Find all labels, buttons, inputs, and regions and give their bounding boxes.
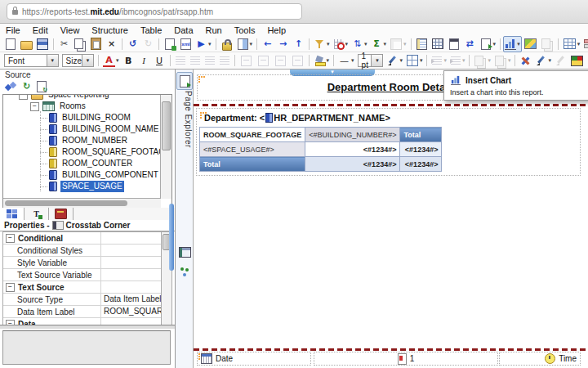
save-report-button[interactable] (34, 36, 51, 52)
sort-button[interactable]: ⇅▾ (350, 36, 369, 52)
property-value[interactable] (101, 245, 162, 256)
condition-explorer-button[interactable] (176, 263, 193, 280)
insert-chart-dropdown-caret[interactable]: ▾ (517, 41, 520, 47)
property-value[interactable] (101, 232, 162, 244)
indent-decrease-dropdown-caret[interactable]: ▾ (443, 57, 447, 64)
group-objects-button[interactable] (581, 36, 588, 52)
size-select-arrow-icon[interactable]: ▼ (82, 55, 93, 66)
border-color-button[interactable]: ▾ (385, 52, 404, 69)
pickup-style-dropdown-caret[interactable]: ▾ (488, 57, 491, 64)
summarize-dropdown-caret[interactable]: ▾ (384, 41, 387, 47)
refresh-package-icon[interactable] (37, 81, 47, 92)
font-color-button[interactable]: A▾ (101, 52, 121, 69)
crosstab-row-header-cell[interactable]: <#SPACE_USAGE#> (200, 142, 305, 157)
tab-toolbox[interactable] (49, 208, 74, 220)
apply-style-dropdown-caret[interactable]: ▾ (508, 57, 511, 64)
undo-button[interactable]: ↺ (125, 36, 140, 52)
footer-page-number-cell[interactable]: 1 (314, 352, 498, 366)
run-report-button[interactable]: ▶▾ (194, 36, 213, 52)
property-row-conditional[interactable]: −Conditional (3, 232, 162, 245)
underline-button[interactable]: U (152, 52, 167, 69)
crosstab-corner-cell[interactable]: ROOM_SQUARE_FOOTAGE (200, 128, 305, 142)
menu-data[interactable]: Data (174, 25, 193, 35)
query-explorer-button[interactable] (176, 243, 193, 261)
border-width-arrow-icon[interactable]: ▼ (371, 55, 382, 66)
indent-increase-dropdown-caret[interactable]: ▾ (462, 57, 466, 64)
tree-item-room-square-footage[interactable]: ROOM_SQUARE_FOOTAGE (3, 146, 161, 158)
visual-aids-button[interactable]: ▾ (235, 36, 255, 52)
group-collapse-icon[interactable]: − (6, 283, 15, 292)
menu-view[interactable]: View (60, 25, 80, 35)
tree-horizontal-scroll-thumb[interactable] (5, 200, 127, 206)
style-pen-button[interactable]: ▾ (533, 52, 553, 69)
report-xml-button[interactable] (178, 36, 194, 52)
crosstab-total-label-cell[interactable]: Total (200, 157, 305, 172)
delete-button[interactable]: × (104, 36, 119, 52)
manage-styles-button[interactable] (568, 52, 586, 69)
insert-crosstab-button[interactable] (430, 36, 446, 52)
validate-report-button[interactable] (162, 36, 178, 52)
menu-help[interactable]: Help (267, 25, 286, 35)
visual-aids-dropdown-caret[interactable]: ▾ (250, 41, 253, 47)
tree-item-building-room[interactable]: BUILDING_ROOM (3, 112, 161, 123)
property-value[interactable] (101, 281, 162, 293)
go-up-button[interactable]: ↑ (291, 36, 306, 52)
insert-page-dropdown-caret[interactable]: ▾ (493, 41, 497, 47)
property-row-text-source[interactable]: −Text Source (3, 281, 162, 294)
insert-data-icon[interactable] (5, 82, 16, 92)
menu-file[interactable]: File (6, 25, 20, 35)
property-value[interactable]: Data Item Label (101, 294, 162, 305)
property-row-style-variable[interactable]: Style Variable (3, 257, 162, 269)
tab-source[interactable] (0, 208, 24, 220)
crosstab-column-total-cell[interactable]: Total (400, 128, 442, 142)
tree-item-space-reporting[interactable]: −Space Reporting (3, 95, 161, 101)
explorer-bar-label[interactable]: Page Explorer (176, 91, 193, 148)
headers-footers-button[interactable] (446, 36, 462, 52)
insert-table-dropdown-caret[interactable]: ▾ (577, 41, 581, 47)
new-report-button[interactable] (2, 36, 19, 52)
tree-vertical-scroll-thumb[interactable] (162, 101, 171, 150)
tree-item-space-usage[interactable]: SPACE_USAGE (3, 181, 161, 192)
refresh-icon[interactable]: ↻ (23, 82, 30, 92)
borders-dropdown-caret[interactable]: ▾ (420, 57, 423, 64)
pane-scroll-thumb[interactable] (169, 204, 174, 271)
conditional-styles-button[interactable] (518, 52, 533, 69)
property-row-text-source-variable[interactable]: Text Source Variable (3, 269, 162, 281)
size-select[interactable]: Size ▼ (62, 54, 94, 67)
property-value[interactable] (101, 269, 162, 280)
style-pen-dropdown-caret[interactable]: ▾ (548, 57, 551, 64)
go-forward-button[interactable]: → (275, 36, 291, 52)
font-select[interactable]: Font ▼ (4, 54, 59, 67)
tree-vertical-scrollbar[interactable] (160, 95, 172, 199)
crosstab-row-total-cell[interactable]: <#1234#> (400, 142, 442, 157)
tree-expander-icon[interactable]: − (19, 95, 28, 100)
tree-item-rooms[interactable]: −Rooms (3, 101, 161, 112)
property-row-conditional-styles[interactable]: Conditional Styles (3, 245, 162, 257)
menu-run[interactable]: Run (206, 25, 222, 35)
pane-divider[interactable] (0, 325, 175, 330)
footer-date-cell[interactable]: Date (197, 352, 311, 366)
url-bar[interactable]: https://reports-test.mit.edu/ibmcognos/p… (7, 3, 302, 20)
insert-list-button[interactable] (414, 36, 430, 52)
insert-table-button[interactable]: ▾ (561, 36, 582, 52)
insert-page-button[interactable]: ▾ (478, 36, 498, 52)
swap-rows-columns-button[interactable]: ⇄ (462, 36, 478, 52)
italic-button[interactable]: I (136, 52, 152, 69)
insert-chart-button[interactable]: ▾ (503, 36, 522, 52)
group-collapse-icon[interactable]: − (6, 234, 15, 243)
section-dropdown-caret[interactable]: ▾ (403, 41, 407, 47)
menu-table[interactable]: Table (140, 25, 162, 35)
font-select-arrow-icon[interactable]: ▼ (47, 55, 58, 66)
property-value[interactable] (101, 257, 162, 268)
page-body-block[interactable]: Department: <HR_DEPARTMENT_NAME> ROOM_SQ… (196, 108, 581, 176)
background-color-dropdown-caret[interactable]: ▾ (327, 57, 330, 64)
cut-button[interactable]: ✂ (56, 36, 72, 52)
font-color-dropdown-caret[interactable]: ▾ (116, 57, 119, 64)
property-row-data-item-label[interactable]: Data Item LabelROOM_SQUAR... (3, 306, 162, 318)
go-back-button[interactable]: ← (260, 36, 275, 52)
suppress-dropdown-caret[interactable]: ▾ (345, 41, 349, 47)
tree-item-building-component[interactable]: BUILDING_COMPONENT (3, 169, 161, 181)
bold-button[interactable]: B (121, 52, 136, 69)
paste-button[interactable] (88, 36, 104, 52)
border-color-dropdown-caret[interactable]: ▾ (399, 57, 403, 64)
